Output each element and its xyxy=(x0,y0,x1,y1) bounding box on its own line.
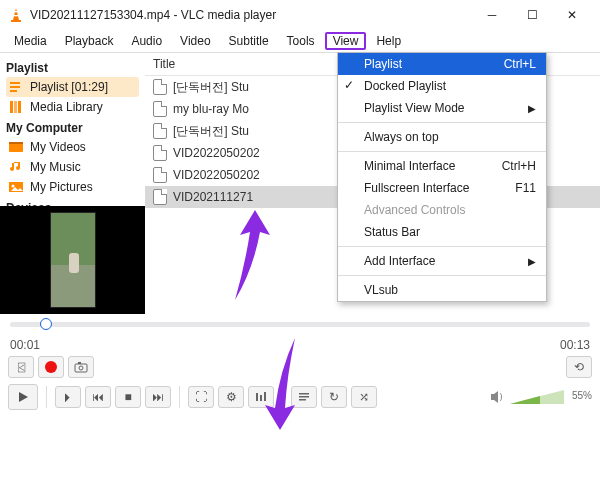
view-menu-item[interactable]: Status Bar xyxy=(338,221,546,243)
playlist-icon xyxy=(8,79,24,95)
view-menu-item[interactable]: VLsub xyxy=(338,279,546,301)
view-menu-item[interactable]: Fullscreen InterfaceF11 xyxy=(338,177,546,199)
sidebar-item-label: Media Library xyxy=(30,100,103,114)
menu-playback[interactable]: Playback xyxy=(57,32,122,50)
file-icon xyxy=(153,123,167,139)
extra-toolbar: ⍃ ⟲ xyxy=(0,352,600,382)
view-menu-dropdown: PlaylistCtrl+L✓Docked PlaylistPlaylist V… xyxy=(337,52,547,302)
view-menu-item[interactable]: PlaylistCtrl+L xyxy=(338,53,546,75)
view-menu-item[interactable]: Minimal InterfaceCtrl+H xyxy=(338,155,546,177)
repeat-button[interactable]: ↻ xyxy=(321,386,347,408)
sidebar-item-playlist[interactable]: Playlist [01:29] xyxy=(6,77,139,97)
maximize-button[interactable]: ☐ xyxy=(512,1,552,29)
video-preview[interactable] xyxy=(0,206,145,314)
menu-help[interactable]: Help xyxy=(368,32,409,50)
menu-media[interactable]: Media xyxy=(6,32,55,50)
svg-rect-7 xyxy=(10,101,13,113)
svg-rect-5 xyxy=(10,86,20,88)
record-button[interactable] xyxy=(38,356,64,378)
svg-rect-21 xyxy=(260,395,262,401)
playlist-row-title: VID202111271 xyxy=(173,190,253,204)
playback-toolbar: ⏵ ⏮ ■ ⏭ ⛶ ⚙ ↻ ⤮ 55% xyxy=(0,382,600,416)
equalizer-button[interactable] xyxy=(248,386,274,408)
frame-back-button[interactable]: ⍃ xyxy=(8,356,34,378)
library-icon xyxy=(8,99,24,115)
menu-item-label: Always on top xyxy=(364,130,439,144)
fullscreen-button[interactable]: ⛶ xyxy=(188,386,214,408)
submenu-arrow-icon: ▶ xyxy=(528,103,536,114)
svg-rect-11 xyxy=(9,142,23,144)
svg-rect-16 xyxy=(75,364,87,372)
svg-rect-2 xyxy=(14,11,18,12)
svg-rect-8 xyxy=(14,101,17,113)
pictures-icon xyxy=(8,179,24,195)
svg-marker-0 xyxy=(13,8,19,20)
view-menu-item[interactable]: Playlist View Mode▶ xyxy=(338,97,546,119)
menu-audio[interactable]: Audio xyxy=(123,32,170,50)
snapshot-button[interactable] xyxy=(68,356,94,378)
svg-rect-20 xyxy=(256,393,258,401)
loop-button[interactable]: ⟲ xyxy=(566,356,592,378)
file-icon xyxy=(153,101,167,117)
sidebar-item-my-music[interactable]: My Music xyxy=(6,157,139,177)
previous-button[interactable]: ⏮ xyxy=(85,386,111,408)
sidebar-item-label: My Pictures xyxy=(30,180,93,194)
stop-button[interactable]: ■ xyxy=(115,386,141,408)
shuffle-button[interactable]: ⤮ xyxy=(351,386,377,408)
video-thumbnail xyxy=(50,212,96,308)
menu-subtitle[interactable]: Subtitle xyxy=(221,32,277,50)
sidebar-item-media-library[interactable]: Media Library xyxy=(6,97,139,117)
window-title: VID20211127153304.mp4 - VLC media player xyxy=(30,8,472,22)
time-total: 00:13 xyxy=(560,338,590,352)
sidebar-group-playlist: Playlist xyxy=(6,61,139,75)
svg-rect-6 xyxy=(10,90,17,92)
menubar: Media Playback Audio Video Subtitle Tool… xyxy=(0,30,600,52)
file-icon xyxy=(153,145,167,161)
next-button[interactable]: ⏭ xyxy=(145,386,171,408)
svg-rect-24 xyxy=(299,396,309,398)
minimize-button[interactable]: ─ xyxy=(472,1,512,29)
view-menu-item[interactable]: Add Interface▶ xyxy=(338,250,546,272)
sidebar-item-my-pictures[interactable]: My Pictures xyxy=(6,177,139,197)
view-menu-item[interactable]: Always on top xyxy=(338,126,546,148)
playlist-row-title: [단독버전] Stu xyxy=(173,123,249,140)
svg-rect-22 xyxy=(264,392,266,401)
menu-item-label: Fullscreen Interface xyxy=(364,181,469,195)
menu-item-shortcut: Ctrl+L xyxy=(504,57,536,71)
file-icon xyxy=(153,79,167,95)
speaker-icon[interactable] xyxy=(488,388,506,406)
play-pause-button[interactable]: ⏵ xyxy=(55,386,81,408)
playlist-row-title: VID2022050202 xyxy=(173,146,260,160)
menu-tools[interactable]: Tools xyxy=(279,32,323,50)
check-icon: ✓ xyxy=(344,78,354,92)
music-icon xyxy=(8,159,24,175)
playlist-toggle-button[interactable] xyxy=(291,386,317,408)
close-button[interactable]: ✕ xyxy=(552,1,592,29)
seek-bar[interactable] xyxy=(0,314,600,340)
svg-rect-4 xyxy=(10,82,20,84)
volume-slider[interactable] xyxy=(510,388,564,406)
view-menu-item[interactable]: ✓Docked Playlist xyxy=(338,75,546,97)
menu-video[interactable]: Video xyxy=(172,32,218,50)
svg-rect-25 xyxy=(299,399,306,401)
svg-point-17 xyxy=(79,366,83,370)
sidebar-item-label: My Music xyxy=(30,160,81,174)
sidebar-item-my-videos[interactable]: My Videos xyxy=(6,137,139,157)
play-button[interactable] xyxy=(8,384,38,410)
sidebar-item-label: Playlist [01:29] xyxy=(30,80,108,94)
sidebar-item-label: My Videos xyxy=(30,140,86,154)
extended-settings-button[interactable]: ⚙ xyxy=(218,386,244,408)
menu-item-label: Advanced Controls xyxy=(364,203,465,217)
seek-knob[interactable] xyxy=(40,318,52,330)
menu-item-label: Status Bar xyxy=(364,225,420,239)
titlebar: VID20211127153304.mp4 - VLC media player… xyxy=(0,0,600,30)
menu-item-label: VLsub xyxy=(364,283,398,297)
video-icon xyxy=(8,139,24,155)
volume-percent: 55% xyxy=(572,390,592,401)
menu-item-shortcut: Ctrl+H xyxy=(502,159,536,173)
time-current: 00:01 xyxy=(10,338,40,352)
menu-item-label: Docked Playlist xyxy=(364,79,446,93)
playlist-row-title: my blu-ray Mo xyxy=(173,102,249,116)
playlist-row-title: VID2022050202 xyxy=(173,168,260,182)
menu-view[interactable]: View xyxy=(325,32,367,50)
